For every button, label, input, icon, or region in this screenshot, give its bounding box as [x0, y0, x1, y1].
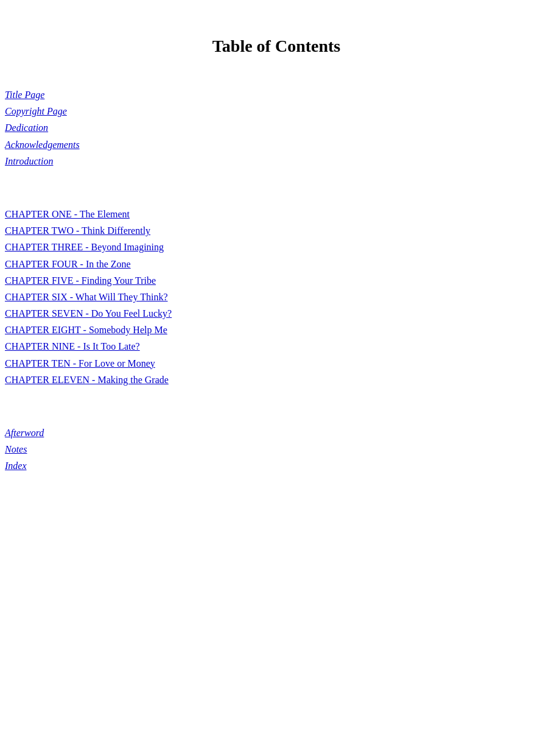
link-title-page[interactable]: Title Page — [5, 86, 548, 103]
link-introduction[interactable]: Introduction — [5, 153, 548, 169]
page-title: Table of Contents — [5, 37, 548, 56]
front-matter-section: Title Page Copyright Page Dedication Ack… — [5, 86, 548, 169]
link-chapter-five[interactable]: CHAPTER FIVE - Finding Your Tribe — [5, 272, 548, 289]
link-chapter-eight[interactable]: CHAPTER EIGHT - Somebody Help Me — [5, 322, 548, 338]
link-chapter-six[interactable]: CHAPTER SIX - What Will They Think? — [5, 289, 548, 305]
gap-1 — [5, 188, 548, 206]
chapters-section: CHAPTER ONE - The Element CHAPTER TWO - … — [5, 206, 548, 388]
back-matter-section: Afterword Notes Index — [5, 425, 548, 475]
link-chapter-three[interactable]: CHAPTER THREE - Beyond Imagining — [5, 239, 548, 255]
link-dedication[interactable]: Dedication — [5, 119, 548, 136]
gap-2 — [5, 406, 548, 425]
link-chapter-one[interactable]: CHAPTER ONE - The Element — [5, 206, 548, 222]
link-acknowledgements[interactable]: Acknowledgements — [5, 136, 548, 153]
link-chapter-eleven[interactable]: CHAPTER ELEVEN - Making the Grade — [5, 372, 548, 388]
link-chapter-nine[interactable]: CHAPTER NINE - Is It Too Late? — [5, 338, 548, 355]
link-chapter-four[interactable]: CHAPTER FOUR - In the Zone — [5, 256, 548, 272]
link-chapter-ten[interactable]: CHAPTER TEN - For Love or Money — [5, 355, 548, 372]
link-notes[interactable]: Notes — [5, 441, 548, 457]
link-afterword[interactable]: Afterword — [5, 425, 548, 441]
link-chapter-seven[interactable]: CHAPTER SEVEN - Do You Feel Lucky? — [5, 305, 548, 322]
link-copyright-page[interactable]: Copyright Page — [5, 103, 548, 119]
link-index[interactable]: Index — [5, 457, 548, 474]
link-chapter-two[interactable]: CHAPTER TWO - Think Differently — [5, 222, 548, 239]
